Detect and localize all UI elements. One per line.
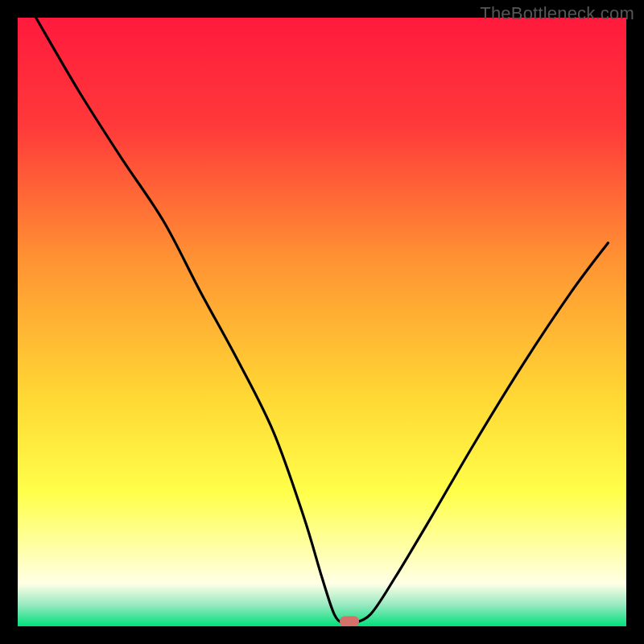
chart-frame: TheBottleneck.com [0, 0, 644, 644]
watermark-text: TheBottleneck.com [480, 3, 634, 24]
optimal-point-marker [340, 616, 359, 626]
bottleneck-chart [0, 0, 644, 644]
gradient-background [18, 18, 626, 626]
